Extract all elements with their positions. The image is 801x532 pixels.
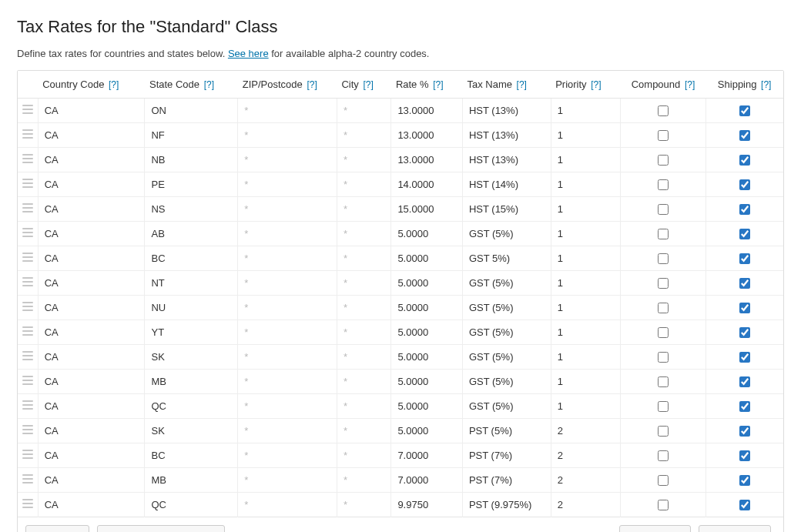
- country-code-input[interactable]: [39, 296, 145, 320]
- shipping-checkbox[interactable]: [739, 253, 750, 264]
- tax-name-input[interactable]: [463, 345, 551, 369]
- zip-input[interactable]: [238, 172, 337, 196]
- zip-input[interactable]: [238, 419, 337, 443]
- zip-input[interactable]: [238, 148, 337, 172]
- country-code-input[interactable]: [39, 148, 145, 172]
- zip-input[interactable]: [238, 320, 337, 344]
- export-csv-button[interactable]: Export CSV: [699, 525, 771, 532]
- rate-input[interactable]: [391, 370, 462, 393]
- compound-checkbox[interactable]: [658, 376, 669, 387]
- priority-input[interactable]: [551, 123, 621, 147]
- zip-input[interactable]: [238, 99, 337, 122]
- city-input[interactable]: [337, 271, 390, 295]
- city-input[interactable]: [337, 443, 390, 467]
- table-row[interactable]: [18, 123, 783, 148]
- table-row[interactable]: [18, 345, 783, 370]
- tax-name-input[interactable]: [463, 370, 551, 393]
- table-row[interactable]: [18, 271, 783, 296]
- priority-input[interactable]: [551, 246, 621, 270]
- country-code-input[interactable]: [39, 370, 145, 393]
- rate-input[interactable]: [391, 296, 462, 320]
- rate-input[interactable]: [391, 468, 462, 492]
- remove-rows-button[interactable]: Remove selected row(s): [97, 525, 225, 532]
- country-code-input[interactable]: [39, 222, 145, 246]
- drag-handle-icon[interactable]: [18, 99, 38, 123]
- zip-input[interactable]: [238, 222, 337, 246]
- zip-input[interactable]: [238, 197, 337, 221]
- compound-checkbox[interactable]: [658, 130, 669, 141]
- state-code-input[interactable]: [145, 271, 237, 295]
- zip-input[interactable]: [238, 123, 337, 147]
- drag-handle-icon[interactable]: [18, 370, 38, 394]
- shipping-checkbox[interactable]: [739, 500, 750, 510]
- priority-input[interactable]: [551, 271, 621, 295]
- state-code-input[interactable]: [145, 246, 237, 270]
- state-code-input[interactable]: [145, 394, 237, 418]
- country-code-input[interactable]: [39, 419, 145, 443]
- drag-handle-icon[interactable]: [18, 345, 38, 370]
- table-row[interactable]: [18, 320, 783, 345]
- priority-input[interactable]: [551, 443, 621, 467]
- state-code-input[interactable]: [145, 296, 237, 320]
- state-code-input[interactable]: [145, 468, 237, 492]
- country-code-input[interactable]: [39, 468, 145, 492]
- state-code-input[interactable]: [145, 345, 237, 369]
- drag-handle-icon[interactable]: [18, 271, 38, 296]
- country-code-input[interactable]: [39, 271, 145, 295]
- priority-input[interactable]: [551, 296, 621, 320]
- compound-checkbox[interactable]: [658, 253, 669, 264]
- country-code-input[interactable]: [39, 345, 145, 369]
- rate-input[interactable]: [391, 271, 462, 295]
- compound-checkbox[interactable]: [658, 426, 669, 437]
- country-code-input[interactable]: [39, 99, 145, 122]
- help-icon[interactable]: [?]: [517, 79, 527, 90]
- drag-handle-icon[interactable]: [18, 394, 38, 419]
- table-row[interactable]: [18, 493, 783, 517]
- shipping-checkbox[interactable]: [739, 303, 750, 313]
- city-input[interactable]: [337, 148, 390, 172]
- city-input[interactable]: [337, 345, 390, 369]
- table-row[interactable]: [18, 172, 783, 197]
- zip-input[interactable]: [238, 296, 337, 320]
- tax-name-input[interactable]: [463, 148, 551, 172]
- state-code-input[interactable]: [145, 197, 237, 221]
- drag-handle-icon[interactable]: [18, 320, 38, 345]
- city-input[interactable]: [337, 99, 390, 122]
- zip-input[interactable]: [238, 468, 337, 492]
- help-icon[interactable]: [?]: [761, 79, 771, 90]
- state-code-input[interactable]: [145, 123, 237, 147]
- rate-input[interactable]: [391, 197, 462, 221]
- rate-input[interactable]: [391, 172, 462, 196]
- compound-checkbox[interactable]: [658, 229, 669, 239]
- table-row[interactable]: [18, 419, 783, 443]
- table-row[interactable]: [18, 370, 783, 394]
- tax-name-input[interactable]: [463, 443, 551, 467]
- priority-input[interactable]: [551, 99, 621, 122]
- state-code-input[interactable]: [145, 320, 237, 344]
- rate-input[interactable]: [391, 345, 462, 369]
- tax-name-input[interactable]: [463, 296, 551, 320]
- zip-input[interactable]: [238, 345, 337, 369]
- shipping-checkbox[interactable]: [739, 105, 750, 116]
- shipping-checkbox[interactable]: [739, 278, 750, 289]
- country-code-input[interactable]: [39, 493, 145, 517]
- insert-row-button[interactable]: Insert row: [25, 525, 89, 532]
- shipping-checkbox[interactable]: [739, 401, 750, 412]
- country-code-input[interactable]: [39, 172, 145, 196]
- compound-checkbox[interactable]: [658, 475, 669, 486]
- state-code-input[interactable]: [145, 222, 237, 246]
- compound-checkbox[interactable]: [658, 450, 669, 461]
- drag-handle-icon[interactable]: [18, 468, 38, 493]
- city-input[interactable]: [337, 246, 390, 270]
- rate-input[interactable]: [391, 419, 462, 443]
- zip-input[interactable]: [238, 493, 337, 517]
- city-input[interactable]: [337, 123, 390, 147]
- tax-name-input[interactable]: [463, 320, 551, 344]
- drag-handle-icon[interactable]: [18, 222, 38, 246]
- help-icon[interactable]: [?]: [591, 79, 601, 90]
- city-input[interactable]: [337, 172, 390, 196]
- country-code-input[interactable]: [39, 197, 145, 221]
- compound-checkbox[interactable]: [658, 303, 669, 313]
- shipping-checkbox[interactable]: [739, 352, 750, 363]
- zip-input[interactable]: [238, 246, 337, 270]
